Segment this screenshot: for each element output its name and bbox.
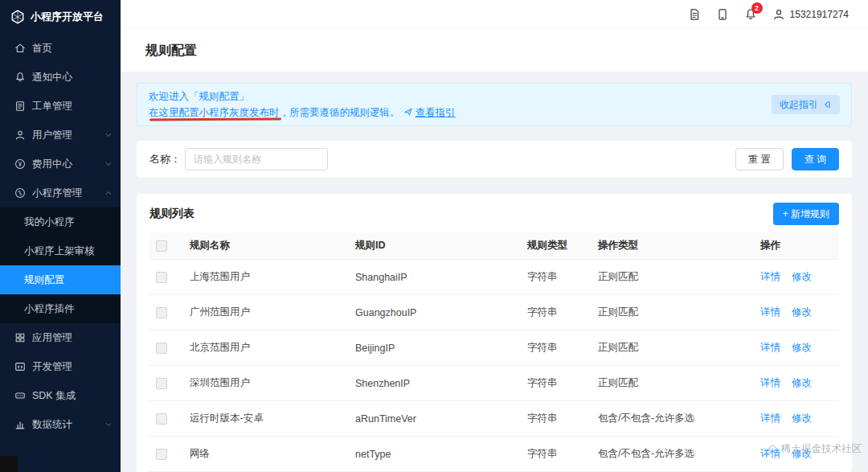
collapse-guide-button[interactable]: 收起指引 [772,95,840,114]
miniprogram-icon [14,187,26,199]
main-area: 2 15321917274 规则配置 欢迎进入「规则配置」 在这里配置小程序灰度… [121,0,868,472]
row-checkbox[interactable] [156,307,167,318]
sidebar-item-user-management[interactable]: 用户管理 [0,121,121,150]
sidebar-item-my-miniprograms[interactable]: 我的小程序 [0,207,121,236]
page-header: 规则配置 [121,29,868,72]
sidebar-item-miniprogram-management[interactable]: 小程序管理 [0,179,121,207]
sidebar-item-dev-management[interactable]: 开发管理 [0,352,121,381]
chevron-down-icon [104,421,113,429]
reset-button[interactable]: 重 置 [735,148,783,170]
notification-bell[interactable]: 2 [744,8,757,21]
sidebar-item-sdk-integration[interactable]: SDK 集成 [0,381,121,410]
add-rule-button[interactable]: + 新增规则 [773,203,839,225]
detail-link[interactable]: 详情 [760,412,780,424]
document-icon[interactable] [688,8,701,21]
filter-card: 名称： 重 置 查 询 [137,141,852,178]
actions-cell: 详情修改 [754,260,839,295]
submenu-miniprogram-management: 我的小程序小程序上架审核规则配置小程序插件 [0,207,121,323]
table-row: 上海范围用户ShanghaiIP字符串正则匹配详情修改 [149,260,839,295]
rule-id: netType [349,437,521,472]
banner-welcome: 欢迎进入「规则配置」 [149,88,456,105]
rules-card-header: 规则列表 + 新增规则 [149,202,839,226]
chevron-up-icon [104,189,113,197]
operation-type: 正则匹配 [592,330,754,366]
rule-id: aRunTimeVer [349,401,521,437]
query-button[interactable]: 查 询 [792,148,839,170]
home-icon [14,43,26,54]
collapse-guide-label: 收起指引 [780,98,818,112]
banner-text: 欢迎进入「规则配置」 在这里配置小程序灰度发布时，所需要遵循的规则逻辑。查看指引 [149,88,456,121]
sidebar-item-notice-center[interactable]: 通知中心 [0,63,121,92]
app-logo[interactable]: 小程序开放平台 [0,0,121,34]
edit-link[interactable]: 修改 [792,377,812,388]
username: 15321917274 [790,9,849,20]
sidebar-item-work-orders[interactable]: 工单管理 [0,92,121,121]
edit-link[interactable]: 修改 [792,412,812,424]
sidebar-item-label: 通知中心 [32,71,113,84]
sidebar-item-label: 小程序上架审核 [24,244,113,258]
view-guide-link[interactable]: 查看指引 [416,107,456,118]
row-checkbox[interactable] [156,272,167,283]
edit-link[interactable]: 修改 [792,271,812,282]
sidebar-item-home[interactable]: 首页 [0,34,121,63]
row-checkbox[interactable] [156,343,167,354]
banner-desc-underlined: 在这里配置小程序灰度发布时， [149,107,289,118]
detail-link[interactable]: 详情 [760,271,780,282]
content-area: 欢迎进入「规则配置」 在这里配置小程序灰度发布时，所需要遵循的规则逻辑。查看指引… [121,72,868,472]
sidebar: 小程序开放平台 首页通知中心工单管理用户管理费用中心小程序管理我的小程序小程序上… [0,0,121,472]
user-menu[interactable]: 15321917274 [772,8,849,21]
edit-link[interactable]: 修改 [792,342,812,353]
column-header: 操作 [754,232,839,260]
user-icon [14,129,26,141]
select-all-checkbox[interactable] [156,240,167,252]
row-checkbox[interactable] [156,413,167,425]
row-checkbox[interactable] [156,449,167,460]
detail-link[interactable]: 详情 [760,342,780,353]
rule-name: 广州范围用户 [183,295,349,330]
sidebar-item-rule-config[interactable]: 规则配置 [0,265,121,294]
person-icon [772,8,785,21]
checkbox-cell [149,330,183,366]
topbar: 2 15321917274 [121,0,868,29]
column-header: 操作类型 [592,232,754,260]
rule-name-input[interactable] [185,148,328,170]
rule-id: ShanghaiIP [349,260,521,295]
detail-link[interactable]: 详情 [760,448,780,459]
rule-type: 字符串 [521,330,592,366]
sidebar-item-label: SDK 集成 [32,389,113,403]
page-title: 规则配置 [145,43,843,60]
table-row: 深圳范围用户ShenzhenIP字符串正则匹配详情修改 [149,366,839,401]
detail-link[interactable]: 详情 [760,306,780,318]
sidebar-item-data-statistics[interactable]: 数据统计 [0,410,121,439]
sidebar-item-label: 小程序管理 [32,187,98,200]
rule-type: 字符串 [521,437,592,472]
workorder-icon [14,101,26,112]
name-filter-label: 名称： [149,152,181,166]
checkbox-cell [149,437,183,472]
detail-link[interactable]: 详情 [760,377,780,388]
actions-cell: 详情修改 [754,295,839,330]
sidebar-item-miniprogram-plugins[interactable]: 小程序插件 [0,294,121,323]
row-checkbox[interactable] [156,378,167,389]
rules-card: 规则列表 + 新增规则 规则名称规则ID规则类型操作类型操作 上海范围用户Sha… [137,194,852,472]
rule-id: ShenzhenIP [349,366,521,401]
sidebar-item-app-management[interactable]: 应用管理 [0,323,121,352]
device-icon[interactable] [716,8,729,21]
list-title: 规则列表 [149,207,194,221]
notification-badge: 2 [751,2,763,14]
sidebar-bottom-block [0,456,18,472]
sidebar-item-fee-center[interactable]: 费用中心 [0,150,121,179]
operation-type: 正则匹配 [592,366,754,401]
edit-link[interactable]: 修改 [792,448,812,459]
column-header: 规则ID [349,232,521,260]
sidebar-item-label: 费用中心 [32,158,98,171]
rule-name: 北京范围用户 [183,330,349,366]
sdk-icon [14,390,26,401]
actions-cell: 详情修改 [754,366,839,401]
guide-banner: 欢迎进入「规则配置」 在这里配置小程序灰度发布时，所需要遵循的规则逻辑。查看指引… [137,83,852,126]
edit-link[interactable]: 修改 [792,306,812,318]
rule-type: 字符串 [521,295,592,330]
sidebar-item-label: 应用管理 [32,331,113,345]
rule-id: BeijingIP [349,330,521,366]
sidebar-item-miniprogram-review[interactable]: 小程序上架审核 [0,236,121,265]
